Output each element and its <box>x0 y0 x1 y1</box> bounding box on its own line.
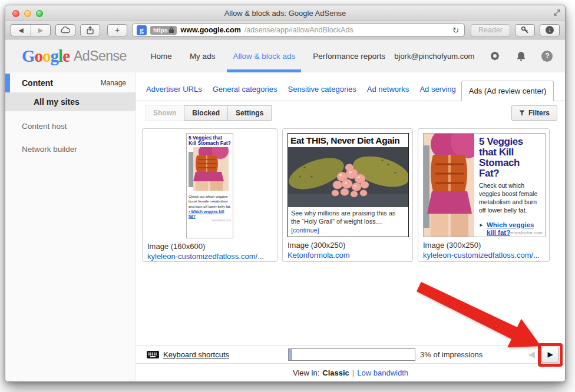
ad-fruit-image <box>288 147 408 207</box>
window-title: Allow & block ads: Google AdSense <box>224 9 346 18</box>
cta-bullet-icon: ► <box>479 222 484 228</box>
notifications-bell-icon[interactable] <box>515 51 527 62</box>
share-icon <box>86 26 94 35</box>
browser-window: Allow & block ads: Google AdSense ◀ ▶ + … <box>5 5 566 382</box>
keyboard-shortcuts-link[interactable]: Keyboard shortcuts <box>147 346 229 363</box>
ad-card[interactable]: Eat THIS, Never Diet Again <box>282 128 413 262</box>
ad-creative-rectangle[interactable]: 5 Veggies that Kill Stomach Fat? Check o… <box>423 133 546 237</box>
review-controls: Shown Blocked Settings Filters <box>136 105 565 121</box>
new-tab-button[interactable]: + <box>107 24 127 36</box>
reader-button[interactable]: Reader <box>471 24 510 36</box>
nav-performance-reports[interactable]: Performance reports <box>304 39 394 72</box>
view-in-label: View in: <box>293 368 319 377</box>
password-button[interactable] <box>515 24 535 36</box>
ad-format-label: Image (300x250) <box>423 240 544 250</box>
tab-ads-ad-review-center[interactable]: Ads (Ad review center) <box>461 81 554 101</box>
settings-button[interactable]: Settings <box>228 105 272 121</box>
tab-sensitive-categories[interactable]: Sensitive categories <box>282 85 361 101</box>
nav-my-ads[interactable]: My ads <box>181 39 224 72</box>
low-bandwidth-link[interactable]: Low bandwidth <box>357 368 408 377</box>
sidebar-manage-link[interactable]: Manage <box>101 79 126 87</box>
account-email[interactable]: bjork@pinchofyum.com <box>394 52 474 61</box>
ad-creative-rectangle[interactable]: Eat THIS, Never Diet Again <box>288 133 409 237</box>
settings-gear-icon[interactable] <box>489 50 501 62</box>
ad-torso-image <box>424 134 474 237</box>
filter-funnel-icon <box>519 110 525 116</box>
sidebar-section-label: Content <box>22 78 53 88</box>
keyboard-icon <box>147 351 159 358</box>
key-icon <box>521 26 529 34</box>
blocked-button[interactable]: Blocked <box>184 105 228 121</box>
ad-attribution: venusfactor.com <box>189 219 231 222</box>
status-bar: Keyboard shortcuts 3% of impressions ◀ ▶ <box>136 345 565 364</box>
adsense-page: Google AdSense Home My ads Allow & block… <box>5 39 565 381</box>
shown-button[interactable]: Shown <box>145 105 184 121</box>
content-area: Content Manage All my sites Content host… <box>5 72 565 381</box>
ad-body-text: Check out which veggies boost female met… <box>189 194 231 208</box>
download-icon: ↓ <box>546 26 554 34</box>
ad-creative-skyscraper[interactable]: 5 Veggies that Kill Stomach Fat? <box>186 133 233 238</box>
fullscreen-icon[interactable] <box>554 9 560 16</box>
google-favicon-icon: g <box>137 25 147 35</box>
reload-icon[interactable]: ↻ <box>451 26 460 35</box>
ad-destination-link[interactable]: kyleleon-customizedfatloss.com/... <box>147 251 272 261</box>
ad-cta-link[interactable]: [continue] <box>291 227 319 234</box>
header-icons: ? <box>489 50 555 62</box>
ad-destination-link[interactable]: Ketonformola.com <box>288 250 408 260</box>
sidebar: Content Manage All my sites Content host… <box>5 72 136 381</box>
icloud-tabs-button[interactable] <box>55 24 75 36</box>
zoom-window-button[interactable] <box>36 10 43 17</box>
ad-headline: 5 Veggies that Kill Stomach Fat? <box>479 137 541 178</box>
tab-general-categories[interactable]: General categories <box>207 85 283 101</box>
tab-ad-networks[interactable]: Ad networks <box>362 85 415 101</box>
sidebar-section-content: Content Manage <box>5 74 136 92</box>
https-label: https <box>153 27 167 34</box>
back-button[interactable]: ◀ <box>11 24 31 36</box>
ad-card[interactable]: 5 Veggies that Kill Stomach Fat? <box>142 128 277 262</box>
google-logo: Google <box>22 48 70 65</box>
pagination: ◀ ▶ <box>528 346 559 363</box>
ad-cards-row: 5 Veggies that Kill Stomach Fat? <box>136 128 565 262</box>
window-titlebar: Allow & block ads: Google AdSense <box>5 5 565 21</box>
empty-space <box>136 262 565 345</box>
impressions-progress-bar <box>288 348 415 361</box>
ad-body-text: Check out which veggies boost female met… <box>479 182 541 214</box>
adsense-header: Google AdSense Home My ads Allow & block… <box>5 39 565 72</box>
minimize-window-button[interactable] <box>24 10 31 17</box>
filters-button[interactable]: Filters <box>511 105 557 121</box>
https-badge: https <box>150 26 177 35</box>
previous-page-button[interactable]: ◀ <box>528 349 535 360</box>
window-controls <box>12 10 43 17</box>
ad-card[interactable]: 5 Veggies that Kill Stomach Fat? Check o… <box>418 128 550 262</box>
page-footer: View in: Classic | Low bandwidth <box>136 364 565 381</box>
tab-ad-serving[interactable]: Ad serving <box>414 85 461 101</box>
impressions-label: 3% of impressions <box>420 346 483 363</box>
help-icon[interactable]: ? <box>541 51 553 62</box>
ad-format-label: Image (160x600) <box>147 241 272 251</box>
sidebar-item-content-host[interactable]: Content host <box>5 115 136 138</box>
sidebar-item-all-my-sites[interactable]: All my sites <box>5 92 136 111</box>
impressions-progress-fill <box>289 349 292 360</box>
forward-button[interactable]: ▶ <box>31 24 51 36</box>
address-bar[interactable]: g https www.google.com /adsense/app#allo… <box>132 24 465 36</box>
ad-torso-image <box>189 147 231 191</box>
share-button[interactable] <box>80 24 100 36</box>
nav-allow-block-ads[interactable]: Allow & block ads <box>224 39 304 72</box>
ad-attribution: venusfactor.com <box>508 230 543 235</box>
next-arrow-icon: ▶ <box>547 350 553 358</box>
ad-format-label: Image (300x250) <box>288 240 408 250</box>
url-path: /adsense/app#allowAndBlockAds <box>244 26 448 34</box>
ad-body-text: See why millions are praising this as th… <box>288 207 408 237</box>
next-page-button[interactable]: ▶ <box>541 347 559 363</box>
downloads-button[interactable]: ↓ <box>540 24 560 36</box>
ad-destination-link[interactable]: kyleleon-customizedfatloss.com/... <box>423 250 544 260</box>
sidebar-accent-bar <box>5 74 10 92</box>
product-name: AdSense <box>74 48 127 64</box>
browser-toolbar: ◀ ▶ + g https www.google.com <box>5 21 565 39</box>
close-window-button[interactable] <box>12 10 19 17</box>
ad-cta-link[interactable]: ▪ Which veggies kill fat? <box>189 210 231 219</box>
tab-advertiser-urls[interactable]: Advertiser URLs <box>141 85 207 101</box>
main-panel: Advertiser URLs General categories Sensi… <box>136 72 565 381</box>
nav-home[interactable]: Home <box>142 39 181 72</box>
sidebar-item-network-builder[interactable]: Network builder <box>5 138 136 161</box>
